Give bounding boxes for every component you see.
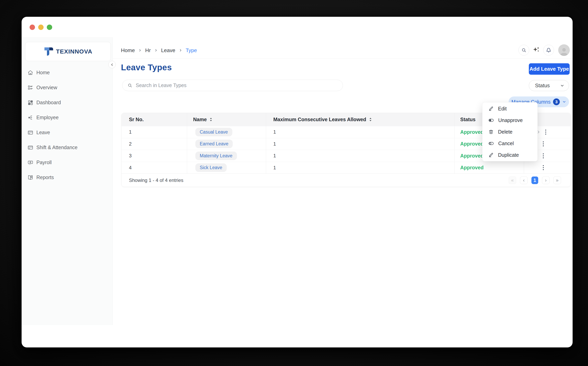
cell-sr-no: 2 (122, 138, 187, 150)
page-title: Leave Types (121, 63, 172, 72)
search-input[interactable] (136, 83, 337, 88)
manage-columns-count-badge: 3 (553, 99, 560, 105)
sidebar-item-label: Dashboard (36, 100, 61, 106)
home-icon (28, 70, 33, 76)
minimize-window-button[interactable] (38, 24, 44, 30)
menu-item-cancel[interactable]: Cancel (482, 137, 537, 149)
column-header-sr-no: Sr No. (122, 113, 187, 126)
logo-text: TEXINNOVA (56, 48, 92, 55)
pagination-next-button[interactable]: › (542, 176, 550, 184)
pagination: « ‹ 1 › » (509, 176, 561, 184)
sidebar-item-label: Overview (36, 85, 57, 91)
sidebar-item-label: Reports (36, 175, 54, 180)
breadcrumb-hr[interactable]: Hr (145, 47, 151, 53)
status-approved: Approved (460, 165, 484, 170)
cell-status: Approved (454, 162, 524, 174)
chevron-down-icon (560, 84, 564, 88)
table-row: 4 Sick Leave 1 Approved (122, 162, 571, 174)
sidebar-item-leave[interactable]: Leave (22, 125, 112, 140)
menu-item-edit[interactable]: Edit (482, 103, 537, 114)
employee-icon (28, 115, 33, 120)
leave-type-badge: Earned Leave (195, 140, 233, 148)
chevron-right-icon (138, 49, 142, 52)
status-approved: Approved (460, 153, 484, 159)
pagination-last-button[interactable]: » (553, 176, 561, 184)
sidebar-item-label: Shift & Attendance (36, 145, 78, 150)
user-silhouette-icon (559, 46, 569, 56)
leave-type-badge: Sick Leave (195, 163, 227, 172)
chevron-right-icon (154, 49, 158, 52)
cell-name: Casual Leave (187, 126, 266, 138)
sparkles-icon (532, 46, 540, 54)
sidebar-item-dashboard[interactable]: Dashboard (22, 95, 112, 110)
topbar-divider (113, 58, 572, 59)
cell-sr-no: 3 (122, 150, 187, 162)
cancel-toggle-icon (488, 141, 494, 146)
menu-item-unapprove[interactable]: Unapprove (482, 114, 537, 126)
texinnova-logo-icon (44, 47, 54, 56)
status-filter-dropdown[interactable]: Status (529, 80, 569, 91)
cell-name: Maternity Leave (187, 150, 266, 162)
zoom-window-button[interactable] (47, 24, 52, 30)
sidebar-item-overview[interactable]: Overview (22, 80, 112, 95)
status-filter-label: Status (535, 83, 550, 89)
row-actions-context-menu: Edit Unapprove Delete Cancel Duplicate (482, 102, 538, 161)
column-header-max-consecutive-leaves[interactable]: Maximum Consecutive Leaves Allowed (266, 113, 454, 126)
sort-icon[interactable] (369, 117, 372, 122)
sidebar-item-shift-attendance[interactable]: Shift & Attendance (22, 140, 112, 155)
status-approved: Approved (460, 129, 484, 135)
leave-type-badge: Maternity Leave (195, 152, 237, 160)
table-footer: Showing 1 - 4 of 4 entries « ‹ 1 › » (122, 174, 571, 187)
cell-max-leaves: 1 (266, 150, 454, 162)
collapse-sidebar-button[interactable] (108, 61, 116, 68)
cell-actions (524, 162, 571, 174)
search-bar[interactable] (122, 80, 343, 91)
breadcrumb-leave[interactable]: Leave (161, 47, 175, 53)
sidebar-item-label: Payroll (36, 160, 52, 165)
ai-assistant-button[interactable] (532, 46, 540, 54)
sort-icon[interactable] (209, 117, 212, 122)
chevron-down-icon (562, 100, 566, 104)
cell-max-leaves: 1 (266, 126, 454, 138)
duplicate-icon (488, 152, 494, 158)
breadcrumb-type-active[interactable]: Type (186, 47, 197, 53)
sidebar-item-reports[interactable]: Reports (22, 170, 112, 185)
cell-name: Earned Leave (187, 138, 266, 150)
add-leave-type-button[interactable]: Add Leave Type (529, 63, 570, 75)
sidebar-item-label: Home (36, 70, 50, 76)
row-actions-button[interactable] (541, 152, 545, 160)
breadcrumb: Home Hr Leave Type (121, 45, 197, 56)
status-approved: Approved (460, 141, 484, 147)
column-header-name[interactable]: Name (187, 113, 266, 126)
leave-icon (28, 130, 33, 135)
reports-icon (28, 175, 33, 180)
breadcrumb-home[interactable]: Home (121, 47, 135, 53)
avatar[interactable] (558, 44, 570, 56)
sidebar-item-employee[interactable]: Employee (22, 110, 112, 125)
shift-attendance-icon (28, 145, 33, 150)
menu-item-delete[interactable]: Delete (482, 126, 537, 137)
sidebar-item-payroll[interactable]: Payroll (22, 155, 112, 170)
close-window-button[interactable] (30, 24, 35, 30)
logo: TEXINNOVA (25, 42, 111, 61)
bell-icon (546, 47, 551, 53)
row-actions-button[interactable] (544, 128, 548, 136)
search-button[interactable] (518, 45, 529, 55)
chevron-left-icon (110, 63, 114, 67)
row-actions-button[interactable] (541, 164, 545, 172)
delete-icon (488, 129, 494, 134)
cell-max-leaves: 1 (266, 162, 454, 174)
sidebar-item-home[interactable]: Home (22, 65, 112, 80)
row-actions-button[interactable] (541, 140, 545, 148)
pagination-prev-button[interactable]: ‹ (520, 176, 528, 184)
cell-sr-no: 1 (122, 126, 187, 138)
pagination-first-button[interactable]: « (509, 176, 516, 184)
pagination-page-1-button[interactable]: 1 (532, 176, 538, 184)
sidebar-item-label: Leave (36, 130, 50, 135)
notifications-button[interactable] (543, 45, 554, 55)
cell-sr-no: 4 (122, 162, 187, 174)
cell-max-leaves: 1 (266, 138, 454, 150)
menu-item-duplicate[interactable]: Duplicate (482, 149, 537, 161)
cell-name: Sick Leave (187, 162, 266, 174)
app-window: TEXINNOVA Home Overview Dashboard Employ… (22, 17, 572, 347)
